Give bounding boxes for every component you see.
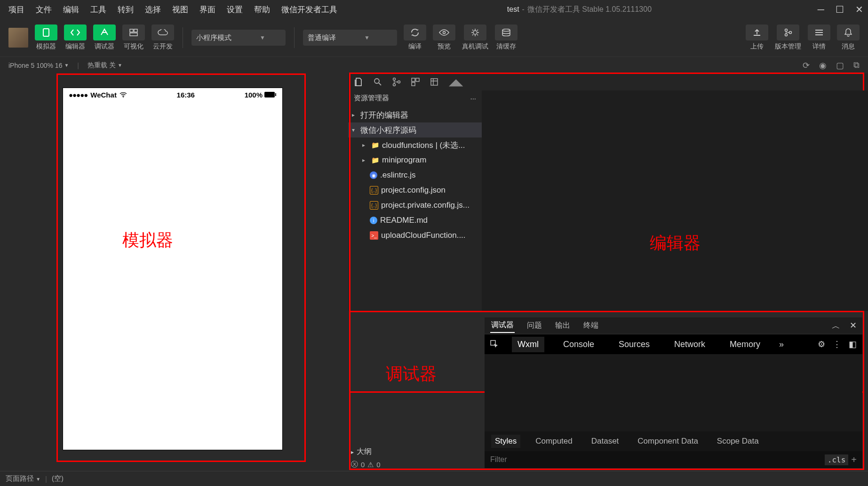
menu-project[interactable]: 项目 bbox=[5, 2, 28, 17]
menu-view[interactable]: 视图 bbox=[168, 2, 192, 17]
kebab-icon[interactable]: ⋮ bbox=[833, 339, 841, 349]
tab-wxml[interactable]: Wxml bbox=[512, 337, 544, 352]
more-icon[interactable]: ··· bbox=[470, 94, 476, 102]
tree-section-project[interactable]: ▾ 微信小程序源码 bbox=[348, 122, 482, 138]
extensions-icon[interactable] bbox=[411, 78, 420, 86]
tab-console[interactable]: Console bbox=[557, 337, 600, 352]
dock-icon[interactable]: ◧ bbox=[849, 339, 857, 349]
more-tabs-icon[interactable]: » bbox=[779, 340, 784, 349]
notify-button[interactable] bbox=[837, 24, 860, 40]
stop-icon[interactable]: ◉ bbox=[819, 60, 827, 71]
mode-select-value: 小程序模式 bbox=[196, 33, 231, 42]
preview-button[interactable] bbox=[433, 24, 455, 40]
tab-network[interactable]: Network bbox=[669, 337, 711, 352]
compile-select[interactable]: 普通编译 ▼ bbox=[303, 30, 397, 46]
files-icon[interactable] bbox=[354, 77, 363, 87]
menu-tool[interactable]: 工具 bbox=[87, 2, 110, 17]
refresh-icon[interactable]: ⟳ bbox=[803, 60, 810, 71]
tab-output[interactable]: 输出 bbox=[554, 319, 571, 332]
outline-section[interactable]: ▸ 大纲 bbox=[351, 447, 372, 457]
subtab-computed[interactable]: Computed bbox=[532, 435, 576, 448]
sh-file-icon: >_ bbox=[370, 231, 378, 240]
popout-icon[interactable]: ⧉ bbox=[853, 60, 860, 71]
problems-status[interactable]: ⓧ0 ⚠0 bbox=[351, 460, 381, 469]
cls-toggle[interactable]: .cls bbox=[825, 454, 849, 465]
signal-icon: ●●●●● bbox=[69, 91, 88, 99]
compile-button[interactable] bbox=[404, 24, 426, 40]
hotreload-select[interactable]: 热重载 关 ▼ bbox=[88, 61, 122, 70]
tab-debugger[interactable]: 调试器 bbox=[490, 318, 515, 333]
page-path-label[interactable]: 页面路径 ▼ bbox=[6, 474, 40, 483]
tree-item-uploadcloud[interactable]: >_ uploadCloudFunction.... bbox=[348, 228, 482, 243]
tree-item-cloudfunctions[interactable]: ▸ 📁 cloudfunctions | (未选... bbox=[348, 138, 482, 153]
close-icon[interactable]: ✕ bbox=[850, 320, 857, 332]
search-icon[interactable] bbox=[374, 78, 382, 86]
subtab-styles[interactable]: Styles bbox=[491, 435, 520, 448]
editor-canvas: 编辑器 bbox=[482, 90, 868, 311]
svg-point-16 bbox=[398, 81, 400, 83]
simulator-button[interactable] bbox=[35, 24, 57, 40]
tab-sources[interactable]: Sources bbox=[613, 337, 655, 352]
debugger-area: 调试器 问题 输出 终端 ︿ ✕ Wxml Console Sources Ne… bbox=[485, 317, 862, 468]
menu-bar: 项目 文件 编辑 工具 转到 选择 视图 界面 设置 帮助 微信开发者工具 bbox=[5, 2, 341, 17]
json-file-icon: {..} bbox=[370, 201, 378, 210]
device-select[interactable]: iPhone 5 100% 16 ▼ bbox=[8, 62, 69, 69]
tree-item-projectconfig[interactable]: {..} project.config.json bbox=[348, 183, 482, 198]
cloud-button[interactable] bbox=[151, 24, 174, 40]
avatar[interactable] bbox=[8, 28, 28, 48]
tree-item-eslintrc[interactable]: ◉ .eslintrc.js bbox=[348, 168, 482, 183]
chevron-right-icon: ▸ bbox=[362, 142, 368, 148]
editor-button[interactable] bbox=[64, 24, 87, 40]
menu-help[interactable]: 帮助 bbox=[250, 2, 274, 17]
tree-item-miniprogram[interactable]: ▸ 📁 miniprogram bbox=[348, 153, 482, 168]
phone-status-bar: ●●●●● WeChat 16:36 100% bbox=[63, 88, 282, 101]
menu-settings[interactable]: 设置 bbox=[223, 2, 247, 17]
inspect-icon[interactable] bbox=[490, 340, 499, 348]
debugger-button[interactable] bbox=[93, 24, 116, 40]
tab-memory[interactable]: Memory bbox=[724, 337, 766, 352]
upload-button[interactable] bbox=[746, 24, 768, 40]
version-button[interactable] bbox=[777, 24, 799, 40]
visual-label: 可视化 bbox=[124, 42, 143, 51]
menu-select[interactable]: 选择 bbox=[141, 2, 165, 17]
close-icon[interactable]: ✕ bbox=[855, 4, 863, 15]
tree-section-open-editors[interactable]: ▸ 打开的编辑器 bbox=[348, 107, 482, 122]
device-icon[interactable]: ▢ bbox=[836, 60, 844, 71]
docker-icon[interactable]: ◢◣ bbox=[449, 76, 463, 88]
details-button[interactable] bbox=[808, 24, 830, 40]
visual-button[interactable] bbox=[122, 24, 145, 40]
menu-file[interactable]: 文件 bbox=[32, 2, 56, 17]
annotation-label-debugger: 调试器 bbox=[386, 363, 437, 386]
svg-point-5 bbox=[473, 31, 477, 34]
simulator-panel: 模拟器 ●●●●● WeChat 16:36 100% bbox=[0, 73, 348, 471]
tree-item-projectprivate[interactable]: {..} project.private.config.js... bbox=[348, 198, 482, 213]
menu-edit[interactable]: 编辑 bbox=[59, 2, 83, 17]
menu-interface[interactable]: 界面 bbox=[196, 2, 219, 17]
filter-input[interactable] bbox=[490, 455, 825, 464]
subtab-dataset[interactable]: Dataset bbox=[588, 435, 623, 448]
styles-filter-bar: .cls + bbox=[485, 451, 862, 468]
editor-area: 资源管理器 ··· ▸ 打开的编辑器 ▾ 微信小程序源码 ▸ 📁 bbox=[348, 90, 868, 311]
simulator-label: 模拟器 bbox=[36, 42, 56, 51]
minimize-icon[interactable]: ─ bbox=[818, 4, 824, 15]
clearcache-button[interactable] bbox=[495, 24, 518, 40]
tab-terminal[interactable]: 终端 bbox=[582, 319, 599, 332]
tab-problems[interactable]: 问题 bbox=[526, 319, 543, 332]
add-rule-icon[interactable]: + bbox=[851, 454, 857, 465]
svg-point-4 bbox=[443, 32, 446, 34]
mode-select[interactable]: 小程序模式 ▼ bbox=[191, 30, 286, 46]
tree-item-readme[interactable]: i README.md bbox=[348, 213, 482, 228]
database-icon[interactable] bbox=[430, 78, 438, 86]
maximize-icon[interactable]: ☐ bbox=[836, 4, 844, 15]
chevron-up-icon[interactable]: ︿ bbox=[832, 320, 840, 332]
subtab-componentdata[interactable]: Component Data bbox=[634, 435, 702, 448]
git-icon[interactable] bbox=[392, 77, 401, 87]
gear-icon[interactable]: ⚙ bbox=[818, 339, 825, 349]
menu-wxdevtools[interactable]: 微信开发者工具 bbox=[278, 2, 341, 17]
menu-goto[interactable]: 转到 bbox=[114, 2, 137, 17]
realdebug-label: 真机调试 bbox=[462, 42, 488, 51]
subtab-scopedata[interactable]: Scope Data bbox=[713, 435, 763, 448]
realdebug-button[interactable] bbox=[464, 24, 486, 40]
main-area: 模拟器 ●●●●● WeChat 16:36 100% bbox=[0, 73, 868, 471]
clearcache-label: 清缓存 bbox=[496, 42, 516, 51]
